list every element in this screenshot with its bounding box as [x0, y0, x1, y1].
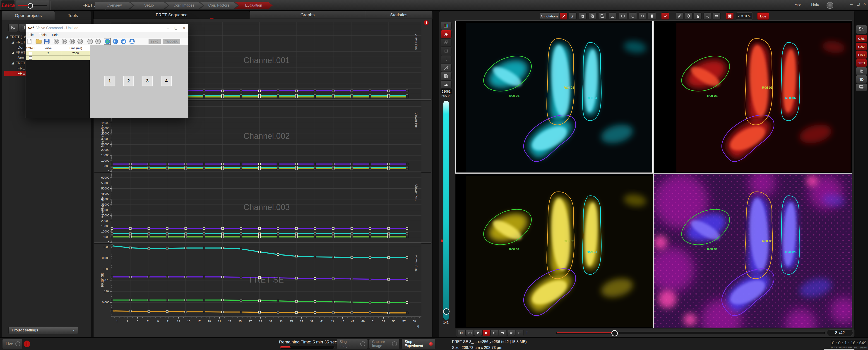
- col-header-sync[interactable]: SYNC: [26, 45, 35, 51]
- workflow-step-overview[interactable]: Overview: [95, 2, 133, 9]
- sync-button[interactable]: SYNC: [149, 39, 161, 44]
- histogram-button[interactable]: [441, 81, 452, 89]
- table-row[interactable]: 2 7500: [26, 51, 90, 56]
- valve-command-window[interactable]: vc³ Valve Command - Untitled – ▢ ✕ File …: [26, 24, 188, 118]
- lut-gradient-bar[interactable]: [443, 100, 449, 320]
- quadrant-channel3-image[interactable]: ROI 01ROI 03ROI 04: [456, 174, 653, 327]
- volume-view-button[interactable]: [441, 38, 452, 46]
- annotations-button[interactable]: Annotations: [540, 12, 559, 20]
- next-frame-button[interactable]: [491, 330, 498, 336]
- paste-annotation-button[interactable]: [598, 12, 606, 20]
- file-menu[interactable]: File: [795, 2, 801, 7]
- intensity-slider[interactable]: [16, 0, 50, 10]
- live-button[interactable]: Live: [2, 339, 23, 349]
- tile-view-button[interactable]: [856, 25, 867, 34]
- trigger-button[interactable]: TRIGGER: [163, 39, 180, 44]
- draw-pointer-button[interactable]: [560, 12, 567, 20]
- valve-table[interactable]: SYNC Valve Time (ms) 2 7500: [26, 45, 90, 118]
- quadrant-fret-image[interactable]: ROI 01ROI 03ROI 04: [654, 174, 852, 327]
- cell-valve[interactable]: 2: [35, 51, 61, 56]
- pause-button[interactable]: [482, 330, 490, 336]
- minimize-button[interactable]: –: [849, 2, 854, 7]
- cell-time[interactable]: [61, 56, 90, 60]
- channel2-button[interactable]: Ch2: [856, 42, 867, 51]
- quadrant-channel1-image[interactable]: ROI 01ROI 03ROI 04: [456, 21, 653, 173]
- help-menu[interactable]: Help: [811, 2, 819, 7]
- loop-button[interactable]: [507, 330, 515, 336]
- tree-expanded-icon[interactable]: ◢: [6, 36, 8, 39]
- copy-annotation-button[interactable]: [588, 12, 596, 20]
- overlay-button[interactable]: [856, 67, 867, 75]
- fret-channel-button[interactable]: FRET: [856, 59, 867, 67]
- rectangle-tool-button[interactable]: [619, 12, 627, 20]
- pan-tool-button[interactable]: [694, 12, 702, 20]
- scale-annotation-button[interactable]: [609, 12, 616, 20]
- export-page-button[interactable]: [8, 23, 18, 32]
- select-all-annotations-button[interactable]: ALL: [569, 12, 577, 20]
- valve-menu-help[interactable]: Help: [49, 32, 61, 37]
- valve-button-4[interactable]: 4: [161, 75, 172, 86]
- ellipse-tool-button[interactable]: [629, 12, 637, 20]
- slider-knob[interactable]: [28, 3, 33, 9]
- valve-button-1[interactable]: 1: [104, 75, 115, 86]
- lut-button[interactable]: [441, 22, 452, 30]
- skip-end-button[interactable]: [499, 330, 506, 336]
- app-menu-icon[interactable]: [827, 2, 833, 9]
- sync-checkbox[interactable]: [29, 52, 32, 55]
- workflow-step-corr-images[interactable]: Corr. Images: [165, 2, 203, 9]
- delete-annotation-button[interactable]: [579, 12, 587, 20]
- valve-minimize-button[interactable]: –: [167, 26, 169, 30]
- col-header-time[interactable]: Time (ms): [61, 45, 90, 51]
- cell-time[interactable]: 7500: [61, 51, 90, 56]
- viewer-live-badge[interactable]: Live: [757, 12, 769, 20]
- col-header-valve[interactable]: Valve: [35, 45, 61, 51]
- channel1-button[interactable]: Ch1: [856, 34, 867, 42]
- apply-annotation-button[interactable]: [661, 12, 669, 20]
- speed-button[interactable]: x4: [458, 330, 466, 336]
- time-slider-handle[interactable]: [612, 330, 618, 337]
- sync-checkbox[interactable]: [29, 56, 32, 60]
- measure-tool-button[interactable]: [676, 12, 683, 20]
- stop-experiment-button[interactable]: Stop Experiment: [402, 339, 435, 349]
- tab-graphs[interactable]: Graphs: [250, 11, 365, 19]
- tree-expanded-icon[interactable]: ◢: [11, 41, 13, 44]
- threed-view-button[interactable]: 3D: [856, 75, 867, 83]
- tree-expanded-icon[interactable]: ◢: [11, 62, 13, 65]
- project-settings-dropdown[interactable]: Project settings ▼: [8, 327, 78, 334]
- annotation-mode-button[interactable]: A: [441, 30, 452, 38]
- workflow-step-evaluation[interactable]: Evaluation: [235, 2, 273, 9]
- cell-valve[interactable]: [35, 56, 61, 60]
- valve-menu-tools[interactable]: Tools: [36, 32, 50, 37]
- prev-frame-button[interactable]: [474, 330, 482, 336]
- tab-statistics[interactable]: Statistics: [365, 11, 433, 19]
- capture-image-button[interactable]: Capture Image: [369, 339, 400, 349]
- workflow-step-setup[interactable]: Setup: [130, 2, 168, 9]
- rotate-view-button[interactable]: [441, 64, 452, 72]
- step-mode-button[interactable]: [516, 330, 524, 336]
- single-image-button[interactable]: Single Image: [337, 339, 368, 349]
- valve-menu-file[interactable]: File: [26, 32, 36, 37]
- pages-view-button[interactable]: [441, 72, 452, 80]
- zoom-in-button[interactable]: [713, 12, 720, 20]
- valve-button-2[interactable]: 2: [123, 75, 134, 86]
- parallel-lines-tool-button[interactable]: [648, 12, 656, 20]
- zoom-out-button[interactable]: [703, 12, 711, 20]
- lut-handle[interactable]: [443, 308, 450, 315]
- channel3-button[interactable]: Ch3: [856, 51, 867, 59]
- center-target-button[interactable]: [685, 12, 692, 20]
- pin-position-button[interactable]: [441, 55, 452, 63]
- volume-view-2-button[interactable]: [441, 47, 452, 55]
- tree-expanded-icon[interactable]: ◢: [11, 51, 13, 54]
- left-panel-tab-open-projects[interactable]: Open projects: [2, 11, 55, 20]
- polygon-tool-button[interactable]: [639, 12, 646, 20]
- valve-close-button[interactable]: ✕: [183, 26, 185, 30]
- workflow-step-corr-factors[interactable]: Corr. Factors: [200, 2, 238, 9]
- valve-window-titlebar[interactable]: vc³ Valve Command - Untitled – ▢ ✕: [26, 24, 188, 32]
- skip-start-button[interactable]: [466, 330, 474, 336]
- time-slider-track[interactable]: [556, 332, 825, 334]
- valve-button-3[interactable]: 3: [142, 75, 153, 86]
- table-row[interactable]: [26, 56, 90, 60]
- close-button[interactable]: ✕: [862, 2, 867, 7]
- quadrant-channel2-image[interactable]: ROI 01ROI 03ROI 04: [654, 21, 852, 173]
- export-view-button[interactable]: [856, 83, 867, 92]
